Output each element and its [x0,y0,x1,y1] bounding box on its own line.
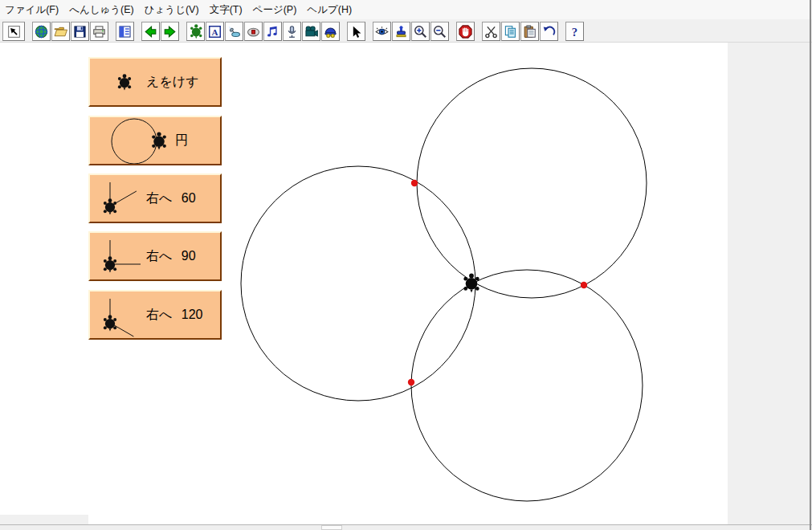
right-120-button[interactable]: 右へ 120 [88,290,222,340]
toolbar-group [373,22,450,41]
toolbar-button-help[interactable]: ? [565,22,584,41]
helmet-icon [323,24,338,39]
push-button-icon [246,24,261,39]
page-layout-icon [117,24,133,39]
toolbar-group [2,22,26,41]
drawing-page[interactable] [0,43,728,524]
circle-button-icon [90,117,220,164]
svg-text:?: ? [572,25,577,38]
zoom-out-icon [432,24,447,39]
lamp-icon [226,24,242,39]
window-right-edge [810,0,811,530]
eye-icon [374,24,390,39]
toolbar-button-text[interactable]: A [206,22,224,41]
toolbar-button-select-cursor[interactable] [347,22,365,41]
pointer-box-icon [6,24,22,39]
toolbar-button-movie-camera[interactable] [302,22,320,41]
toolbar-group [482,22,559,41]
print-icon [92,24,107,39]
toolbar-group [116,22,135,41]
help-icon: ? [567,24,582,39]
toolbar-button-back[interactable] [141,22,160,41]
right-90-button-label: 右へ 90 [146,233,196,279]
menu-help[interactable]: ヘルプ(H) [307,3,352,17]
toolbar-button-music[interactable] [263,22,282,41]
toolbar-button-helmet[interactable] [321,22,340,41]
menu-file[interactable]: ファイル(F) [5,3,59,17]
toolbar: A? [0,19,812,43]
new-page-icon [34,24,49,39]
bottom-notch [0,515,88,524]
toolbar-button-microphone[interactable] [283,22,301,41]
toolbar-button-push-button[interactable] [244,22,263,41]
svg-text:A: A [211,26,218,36]
select-cursor-icon [349,24,364,39]
open-folder-icon [53,24,68,39]
toolbar-button-zoom-out[interactable] [430,22,449,41]
menu-edit[interactable]: へんしゅう(E) [69,3,134,17]
stamp-icon [394,24,409,39]
toolbar-group: A [186,22,341,41]
copy-icon [503,24,518,39]
toolbar-button-print[interactable] [90,22,108,41]
right-90-button[interactable]: 右へ 90 [88,231,222,281]
zoom-in-icon [413,24,428,39]
menu-text[interactable]: 文字(T) [210,3,243,17]
erase-button[interactable]: えをけす [88,57,222,107]
horizontal-scrollbar[interactable] [0,524,812,530]
stop-icon [458,24,473,39]
paste-icon [522,24,537,39]
toolbar-button-copy[interactable] [501,22,520,41]
undo-icon [541,24,557,39]
toolbar-button-save[interactable] [71,22,89,41]
toolbar-button-open-folder[interactable] [51,22,70,41]
toolbar-button-eye[interactable] [373,22,391,41]
right-60-button[interactable]: 右へ 60 [88,173,222,223]
toolbar-button-undo[interactable] [540,22,558,41]
circle-button-label: 円 [175,117,188,164]
erase-button-label: えをけす [146,59,199,105]
toolbar-group [32,22,109,41]
toolbar-button-stamp[interactable] [392,22,410,41]
movie-camera-icon [304,24,319,39]
toolbar-button-new-page[interactable] [32,22,51,41]
toolbar-button-forward[interactable] [161,22,179,41]
toolbar-button-zoom-in[interactable] [411,22,430,41]
scrollbar-thumb[interactable] [321,525,342,530]
save-icon [72,24,88,39]
menu-view[interactable]: ひょうじ(V) [145,3,199,17]
microphone-icon [284,24,300,39]
toolbar-button-page-layout[interactable] [116,22,134,41]
toolbar-group [347,22,366,41]
music-icon [265,24,280,39]
menu-page[interactable]: ページ(P) [253,3,297,17]
toolbar-group: ? [565,22,585,41]
toolbar-button-cut[interactable] [482,22,500,41]
toolbar-group [141,22,180,41]
circle-button[interactable]: 円 [88,116,222,165]
text-icon: A [207,24,222,39]
back-icon [143,24,158,39]
right-120-button-label: 右へ 120 [146,292,203,338]
toolbar-button-lamp[interactable] [225,22,243,41]
turtle-icon [188,24,203,39]
toolbar-button-turtle[interactable] [186,22,205,41]
toolbar-button-paste[interactable] [520,22,539,41]
right-60-button-label: 右へ 60 [146,175,196,222]
toolbar-group [456,22,475,41]
menu-bar: ファイル(F)へんしゅう(E)ひょうじ(V)文字(T)ページ(P)ヘルプ(H) [0,0,812,19]
forward-icon [162,24,177,39]
toolbar-button-stop[interactable] [456,22,475,41]
cut-icon [484,24,499,39]
toolbar-button-pointer-box[interactable] [2,22,25,41]
